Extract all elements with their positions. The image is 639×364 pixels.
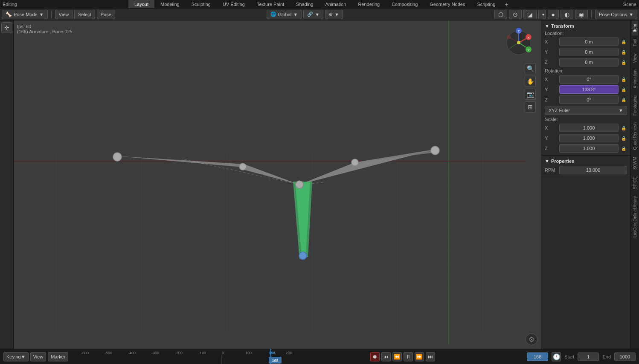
wireframe-btn[interactable]: ●	[538, 10, 546, 19]
top-tab-geometry-nodes[interactable]: Geometry Nodes	[424, 0, 471, 8]
start-label: Start	[564, 354, 574, 359]
svg-text:100: 100	[245, 351, 252, 355]
end-label: End	[602, 354, 611, 359]
timeline-track[interactable]: -600 -500 -400 -300 -200 -100 0 100 168 …	[77, 349, 294, 364]
scale-y-row: Y 1.000 🔒	[541, 133, 630, 143]
timeline-view-btn[interactable]: View	[30, 352, 46, 361]
timeline-bar: Keying ▼ View Marker -600 -500 -400 -300…	[0, 349, 639, 364]
loc-x-field[interactable]: 0 m	[559, 38, 619, 46]
pose-mode-select[interactable]: 🦴 Pose Mode ▼	[2, 10, 48, 19]
material-btn[interactable]: ◐	[561, 10, 573, 19]
properties-chevron: ▼	[545, 159, 549, 164]
top-tab-compositing[interactable]: Compositing	[386, 0, 424, 8]
tab-luxcore[interactable]: LuxCoreOnlineLibrary	[632, 193, 638, 241]
svg-text:-400: -400	[128, 351, 136, 355]
proportional-button[interactable]: ⊕ ▼	[325, 10, 343, 19]
svg-text:X: X	[527, 36, 530, 40]
rotation-mode-dropdown[interactable]: XYZ Euler ▼	[545, 106, 627, 115]
transform-header[interactable]: ▼ Transform	[541, 22, 630, 30]
properties-header[interactable]: ▼ Properties	[541, 157, 630, 165]
scale-x-field[interactable]: 1.000	[559, 124, 619, 132]
clock-btn[interactable]: 🕐	[552, 352, 561, 361]
top-tab-sculpting[interactable]: Sculpting	[186, 0, 217, 8]
transform-select[interactable]: 🌐 Global ▼	[267, 10, 302, 19]
record-btn[interactable]: ⏺	[370, 352, 380, 361]
location-header-row: Location:	[541, 30, 630, 37]
top-tab-layout[interactable]: Layout	[128, 0, 154, 8]
tab-s0wm[interactable]: S0WM	[632, 153, 638, 173]
svg-text:-200: -200	[175, 351, 183, 355]
svg-point-41	[431, 146, 439, 155]
nav-gizmo[interactable]: Z X Y	[502, 26, 536, 60]
rot-y-lock[interactable]: 🔒	[620, 86, 627, 93]
camera-btn[interactable]: 📷	[525, 89, 536, 100]
viewport-gear-btn[interactable]: ⚙	[526, 333, 537, 345]
tab-animation[interactable]: Animation	[632, 66, 638, 92]
loc-x-lock[interactable]: 🔒	[620, 38, 627, 45]
select-button[interactable]: Select	[74, 10, 95, 19]
grab-btn[interactable]: ✋	[525, 76, 536, 87]
view-button[interactable]: View	[55, 10, 73, 19]
tab-spice[interactable]: SPICE	[632, 173, 638, 193]
rpm-row: RPM 10.000	[541, 165, 630, 175]
top-tab-animation[interactable]: Animation	[319, 0, 352, 8]
scale-x-lock[interactable]: 🔒	[620, 124, 627, 131]
loc-z-lock[interactable]: 🔒	[620, 59, 627, 66]
scale-z-field[interactable]: 1.000	[559, 144, 619, 153]
end-frame-field[interactable]: 1000	[614, 352, 636, 361]
svg-text:200: 200	[286, 351, 292, 355]
pose-options-btn[interactable]: Pose Options ▼	[595, 10, 637, 19]
current-frame-field[interactable]: 168	[527, 352, 548, 361]
solid-btn[interactable]: ●	[548, 10, 559, 19]
render-btn[interactable]: ◉	[575, 10, 588, 19]
tab-quad-remesh[interactable]: Quad Remesh	[632, 119, 638, 153]
viewport[interactable]: fps: 60 (168) Armature : Bone.025 Z X Y	[14, 20, 541, 349]
rot-y-field[interactable]: 133.8°	[559, 85, 619, 94]
rot-x-field[interactable]: 0°	[559, 75, 619, 84]
overlay-btn[interactable]: ⊙	[509, 10, 522, 19]
top-bar: Editing LayoutModelingSculptingUV Editin…	[0, 0, 639, 9]
svg-text:168: 168	[269, 351, 275, 355]
zoom-in-btn[interactable]: 🔍	[525, 63, 536, 74]
marker-btn[interactable]: Marker	[48, 352, 68, 361]
scale-y-field[interactable]: 1.000	[559, 134, 619, 142]
tab-item[interactable]: Item	[632, 20, 638, 35]
tab-tool[interactable]: Tool	[632, 35, 638, 50]
top-tab-modeling[interactable]: Modeling	[154, 0, 186, 8]
cursor-tool[interactable]: ✛	[1, 22, 12, 33]
top-tab-shading[interactable]: Shading	[290, 0, 319, 8]
tab-forstaging[interactable]: Forstaging	[632, 92, 638, 119]
svg-text:168: 168	[272, 358, 278, 363]
loc-z-field[interactable]: 0 m	[559, 58, 619, 66]
rot-z-lock[interactable]: 🔒	[620, 96, 627, 103]
xray-btn[interactable]: ◪	[523, 10, 537, 19]
location-z-row: Z 0 m 🔒	[541, 57, 630, 67]
top-tab-uv-editing[interactable]: UV Editing	[217, 0, 251, 8]
tab-view[interactable]: View	[632, 50, 638, 66]
scale-label: Scale:	[545, 117, 558, 122]
top-bar-right: Scene	[621, 2, 639, 7]
snap-button[interactable]: 🔗 ▼	[303, 10, 323, 19]
top-tab-rendering[interactable]: Rendering	[352, 0, 386, 8]
last-frame-btn[interactable]: ⏭	[426, 352, 435, 361]
start-frame-field[interactable]: 1	[578, 352, 599, 361]
loc-y-field[interactable]: 0 m	[559, 48, 619, 56]
rot-z-field[interactable]: 0°	[559, 95, 619, 104]
rpm-field[interactable]: 10.000	[559, 166, 627, 174]
top-tab-scripting[interactable]: Scripting	[471, 0, 501, 8]
add-tab-btn[interactable]: +	[501, 1, 511, 8]
keying-btn[interactable]: Keying ▼	[3, 352, 29, 361]
rot-x-lock[interactable]: 🔒	[620, 76, 627, 83]
pause-btn[interactable]: ⏸	[404, 352, 413, 361]
pose-button[interactable]: Pose	[97, 10, 115, 19]
prev-frame-btn[interactable]: ⏪	[392, 352, 402, 361]
scale-z-lock[interactable]: 🔒	[620, 145, 627, 152]
loc-y-lock[interactable]: 🔒	[620, 49, 627, 55]
scale-y-lock[interactable]: 🔒	[620, 135, 627, 142]
next-frame-btn[interactable]: ⏩	[415, 352, 424, 361]
top-tab-texture-paint[interactable]: Texture Paint	[251, 0, 290, 8]
timeline-playback: ⏺ ⏮ ⏪ ⏸ ⏩ ⏭	[294, 352, 511, 361]
viewport-shading-btn[interactable]: ⬡	[494, 10, 507, 19]
first-frame-btn[interactable]: ⏮	[381, 352, 391, 361]
grid-btn[interactable]: ⊞	[525, 101, 536, 113]
